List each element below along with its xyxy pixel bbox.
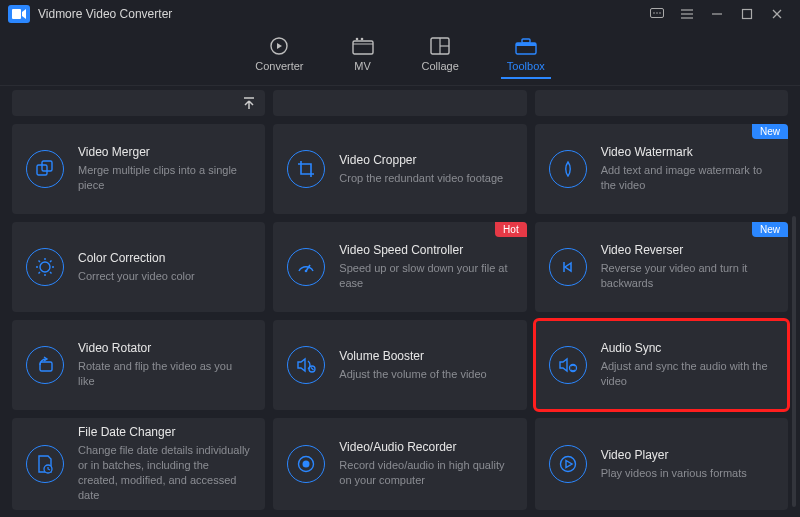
tool-video-merger[interactable]: Video Merger Merge multiple clips into a…	[12, 124, 265, 214]
tool-title: Video Merger	[78, 145, 251, 159]
watermark-icon	[549, 150, 587, 188]
tool-desc: Correct your video color	[78, 269, 195, 284]
collapse-up-icon[interactable]	[243, 96, 255, 113]
tab-label: Toolbox	[507, 60, 545, 72]
svg-point-3	[656, 12, 658, 14]
tool-video-player[interactable]: Video Player Play videos in various form…	[535, 418, 788, 510]
tool-desc: Change file date details individually or…	[78, 443, 251, 502]
tool-desc: Speed up or slow down your file at ease	[339, 261, 512, 291]
volume-icon	[287, 346, 325, 384]
top-nav: Converter MV Collage Toolbox	[0, 28, 800, 86]
tab-label: MV	[354, 60, 371, 72]
tab-mv[interactable]: MV	[352, 36, 374, 78]
app-title: Vidmore Video Converter	[38, 7, 172, 21]
tab-toolbox[interactable]: Toolbox	[507, 36, 545, 78]
menu-icon[interactable]	[672, 0, 702, 28]
hot-badge: Hot	[495, 222, 527, 237]
svg-point-2	[653, 12, 655, 14]
tool-color-correction[interactable]: Color Correction Correct your video colo…	[12, 222, 265, 312]
close-button[interactable]	[762, 0, 792, 28]
svg-line-30	[39, 261, 41, 263]
svg-rect-21	[522, 39, 530, 43]
svg-line-33	[39, 272, 41, 274]
tool-title: Volume Booster	[339, 349, 486, 363]
tool-title: Video/Audio Recorder	[339, 440, 512, 454]
svg-rect-13	[353, 41, 373, 54]
svg-line-32	[50, 261, 52, 263]
tool-video-watermark[interactable]: New Video Watermark Add text and image w…	[535, 124, 788, 214]
svg-point-4	[659, 12, 661, 14]
tool-card-stub[interactable]	[273, 90, 526, 116]
maximize-button[interactable]	[732, 0, 762, 28]
tool-volume-booster[interactable]: Volume Booster Adjust the volume of the …	[273, 320, 526, 410]
tool-desc: Rotate and flip the video as you like	[78, 359, 251, 389]
new-badge: New	[752, 124, 788, 139]
tool-title: File Date Changer	[78, 425, 251, 439]
tool-video-audio-recorder[interactable]: Video/Audio Recorder Record video/audio …	[273, 418, 526, 510]
tool-video-reverser[interactable]: New Video Reverser Reverse your video an…	[535, 222, 788, 312]
toolbox-content: Video Merger Merge multiple clips into a…	[0, 86, 800, 517]
svg-rect-37	[40, 362, 52, 371]
tool-title: Video Reverser	[601, 243, 774, 257]
tool-desc: Adjust the volume of the video	[339, 367, 486, 382]
svg-line-31	[50, 272, 52, 274]
tool-desc: Add text and image watermark to the vide…	[601, 163, 774, 193]
tool-desc: Merge multiple clips into a single piece	[78, 163, 251, 193]
player-icon	[549, 445, 587, 483]
tool-desc: Reverse your video and turn it backwards	[601, 261, 774, 291]
svg-point-14	[355, 37, 358, 40]
tool-desc: Play videos in various formats	[601, 466, 747, 481]
svg-rect-9	[743, 10, 752, 19]
scrollbar[interactable]	[792, 216, 796, 507]
titlebar: Vidmore Video Converter	[0, 0, 800, 28]
svg-point-35	[305, 270, 308, 273]
tool-title: Video Watermark	[601, 145, 774, 159]
tool-title: Video Cropper	[339, 153, 503, 167]
audio-sync-icon	[549, 346, 587, 384]
tab-label: Converter	[255, 60, 303, 72]
app-logo	[8, 5, 30, 23]
svg-rect-0	[12, 9, 21, 19]
new-badge: New	[752, 222, 788, 237]
reverser-icon	[549, 248, 587, 286]
file-date-icon	[26, 445, 64, 483]
speed-icon	[287, 248, 325, 286]
svg-point-25	[40, 262, 50, 272]
tab-label: Collage	[422, 60, 459, 72]
tool-title: Video Player	[601, 448, 747, 462]
toolbox-icon	[515, 36, 537, 56]
recorder-icon	[287, 445, 325, 483]
tool-audio-sync[interactable]: Audio Sync Adjust and sync the audio wit…	[535, 320, 788, 410]
tool-desc: Adjust and sync the audio with the video	[601, 359, 774, 389]
converter-icon	[268, 36, 290, 56]
minimize-button[interactable]	[702, 0, 732, 28]
tool-desc: Record video/audio in high quality on yo…	[339, 458, 512, 488]
color-icon	[26, 248, 64, 286]
tool-title: Video Rotator	[78, 341, 251, 355]
tool-desc: Crop the redundant video footage	[339, 171, 503, 186]
mv-icon	[352, 36, 374, 56]
svg-point-42	[303, 461, 310, 468]
tool-title: Audio Sync	[601, 341, 774, 355]
merger-icon	[26, 150, 64, 188]
tool-video-cropper[interactable]: Video Cropper Crop the redundant video f…	[273, 124, 526, 214]
tab-converter[interactable]: Converter	[255, 36, 303, 78]
tool-video-speed-controller[interactable]: Hot Video Speed Controller Speed up or s…	[273, 222, 526, 312]
feedback-icon[interactable]	[642, 0, 672, 28]
tool-file-date-changer[interactable]: File Date Changer Change file date detai…	[12, 418, 265, 510]
svg-point-15	[360, 37, 363, 40]
rotator-icon	[26, 346, 64, 384]
tool-card-stub[interactable]	[12, 90, 265, 116]
tool-title: Video Speed Controller	[339, 243, 512, 257]
tool-card-stub[interactable]	[535, 90, 788, 116]
tab-collage[interactable]: Collage	[422, 36, 459, 78]
cropper-icon	[287, 150, 325, 188]
collage-icon	[429, 36, 451, 56]
tool-video-rotator[interactable]: Video Rotator Rotate and flip the video …	[12, 320, 265, 410]
tool-title: Color Correction	[78, 251, 195, 265]
